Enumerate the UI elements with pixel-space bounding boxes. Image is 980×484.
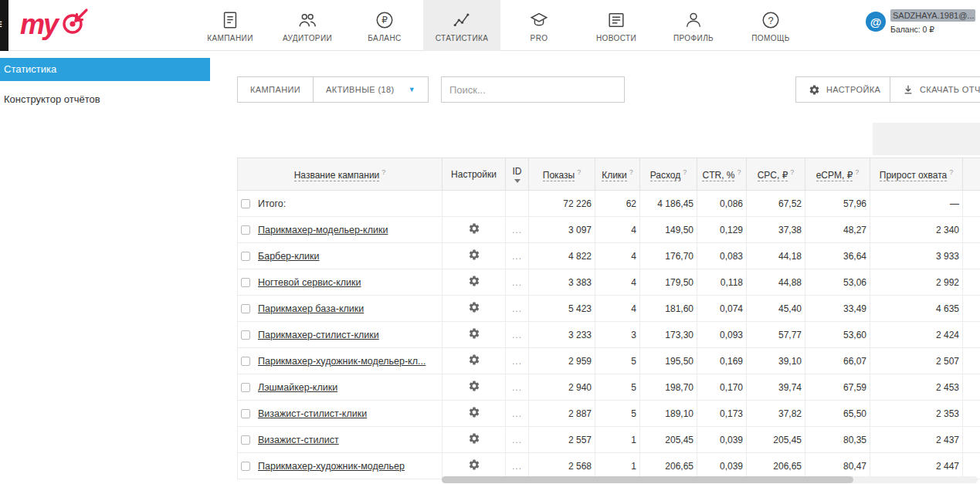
column-header-shows[interactable]: Показы? <box>529 158 595 191</box>
cell-value: 0,129 <box>697 217 747 243</box>
row-checkbox[interactable] <box>241 278 250 287</box>
row-checkbox[interactable] <box>241 199 250 208</box>
row-id-ellipsis[interactable]: ... <box>512 277 522 288</box>
nav-item-balance[interactable]: ₽ БАЛАНС <box>346 0 423 51</box>
download-report-button[interactable]: СКАЧАТЬ ОТЧЕТ <box>890 76 980 103</box>
collapsed-menu-strip[interactable]: ≡ <box>0 0 8 51</box>
nav-label: СТАТИСТИКА <box>436 34 489 42</box>
column-label[interactable]: CPC, ₽ <box>758 170 788 181</box>
nav-item-statistics[interactable]: СТАТИСТИКА <box>423 0 500 51</box>
row-checkbox[interactable] <box>241 252 250 261</box>
row-checkbox[interactable] <box>241 462 250 471</box>
sidebar-item-label: Конструктор отчётов <box>4 93 100 105</box>
nav-label: АУДИТОРИИ <box>283 34 332 42</box>
column-header-cpc[interactable]: CPC, ₽? <box>747 158 805 191</box>
column-label[interactable]: Прирост охвата <box>880 170 947 181</box>
row-settings-gear-icon[interactable] <box>468 249 480 263</box>
column-label[interactable]: Название кампании <box>294 170 380 181</box>
column-header-ecpm[interactable]: eCPM, ₽? <box>805 158 870 191</box>
campaign-link[interactable]: Лэшмайкер-клики <box>258 382 337 393</box>
nav-item-audiences[interactable]: АУДИТОРИИ <box>269 0 346 51</box>
column-header-ctr[interactable]: CTR, %? <box>697 158 747 191</box>
row-checkbox[interactable] <box>241 409 250 418</box>
row-checkbox[interactable] <box>241 383 250 392</box>
search-input[interactable] <box>441 76 625 103</box>
settings-button[interactable]: НАСТРОЙКА <box>795 76 894 103</box>
row-id-ellipsis[interactable]: ... <box>512 225 522 235</box>
cut-column-cell <box>963 269 980 296</box>
column-hint-icon[interactable]: ? <box>683 168 687 176</box>
cell-value: 173,30 <box>640 322 697 348</box>
row-settings-gear-icon[interactable] <box>468 459 480 473</box>
sidebar-item-statistics[interactable]: Статистика <box>0 58 210 81</box>
row-id-ellipsis[interactable]: ... <box>512 435 522 445</box>
column-label[interactable]: CTR, % <box>702 170 734 181</box>
horizontal-scrollbar[interactable] <box>442 476 978 483</box>
sidebar-item-label: Статистика <box>4 63 56 75</box>
row-id-ellipsis[interactable]: ... <box>512 356 522 367</box>
campaign-link[interactable]: Парикмахер база-клики <box>258 303 364 314</box>
row-settings-gear-icon[interactable] <box>468 380 480 394</box>
row-settings-gear-icon[interactable] <box>468 406 480 421</box>
row-checkbox[interactable] <box>241 330 250 340</box>
row-id-ellipsis[interactable]: ... <box>512 382 522 393</box>
row-id-ellipsis[interactable]: ... <box>512 408 522 419</box>
scrollbar-thumb[interactable] <box>442 476 853 483</box>
settings-cell <box>443 374 506 401</box>
row-id-ellipsis[interactable]: ... <box>512 461 522 472</box>
nav-item-campaigns[interactable]: КАМПАНИИ <box>192 0 269 51</box>
nav-item-help[interactable]: ? ПОМОЩЬ <box>732 0 809 51</box>
row-settings-gear-icon[interactable] <box>468 301 480 316</box>
campaign-link[interactable]: Барбер-клики <box>258 251 320 262</box>
column-hint-icon[interactable]: ? <box>629 168 633 176</box>
nav-item-news[interactable]: НОВОСТИ <box>578 0 655 51</box>
column-hint-icon[interactable]: ? <box>381 168 385 176</box>
row-id-ellipsis[interactable]: ... <box>512 303 522 314</box>
column-label[interactable]: Клики <box>602 170 627 181</box>
column-hint-icon[interactable]: ? <box>737 168 741 176</box>
column-label[interactable]: eCPM, ₽ <box>816 170 853 181</box>
row-checkbox[interactable] <box>241 435 250 445</box>
column-header-reach[interactable]: Прирост охвата? <box>870 158 963 191</box>
campaign-link[interactable]: Парикмахер-художник-модельер <box>258 461 405 472</box>
campaign-link[interactable]: Визажист-стилист-клики <box>258 408 367 419</box>
column-hint-icon[interactable]: ? <box>949 168 953 176</box>
row-settings-gear-icon[interactable] <box>468 432 480 447</box>
row-checkbox[interactable] <box>241 225 250 235</box>
row-id-ellipsis[interactable]: ... <box>512 251 522 262</box>
row-settings-gear-icon[interactable] <box>468 275 480 289</box>
campaign-link[interactable]: Парикмахер-стилист-клики <box>258 330 379 340</box>
row-checkbox[interactable] <box>241 304 250 313</box>
column-label[interactable]: Показы <box>543 170 575 181</box>
cell-value: 0,074 <box>697 296 747 322</box>
main-content: КАМПАНИИ АКТИВНЫЕ (18) ▼ НАСТРОЙКА СКАЧА… <box>210 51 980 484</box>
campaign-link[interactable]: Парикмахер-художник-модельер-кл... <box>258 356 426 367</box>
campaign-link[interactable]: Парикмахер-модельер-клики <box>258 225 388 235</box>
row-checkbox[interactable] <box>241 357 250 366</box>
column-header-name[interactable]: Название кампании? <box>238 158 443 191</box>
cell-value: 80,47 <box>805 453 870 479</box>
row-id-ellipsis[interactable]: ... <box>512 330 522 340</box>
column-label[interactable]: Расход <box>650 170 681 181</box>
nav-item-pro[interactable]: PRO <box>500 0 578 51</box>
campaign-link[interactable]: Визажист-стилист <box>258 435 339 445</box>
column-hint-icon[interactable]: ? <box>855 168 859 176</box>
campaign-link[interactable]: Ногтевой сервис-клики <box>258 277 361 288</box>
id-cell: ... <box>506 322 529 348</box>
user-account[interactable]: @ SADZHAYA.1981@... Баланс: 0 ₽ <box>866 9 975 35</box>
active-filter-dropdown[interactable]: АКТИВНЫЕ (18) ▼ <box>313 76 429 103</box>
sidebar-item-report-builder[interactable]: Конструктор отчётов <box>0 88 210 111</box>
column-header-spent[interactable]: Расход? <box>640 158 697 191</box>
cell-value: 198,70 <box>640 374 697 401</box>
mytarget-logo[interactable]: my <box>20 6 91 43</box>
column-header-clicks[interactable]: Клики? <box>595 158 640 191</box>
row-settings-gear-icon[interactable] <box>468 222 480 237</box>
row-settings-gear-icon[interactable] <box>468 327 480 342</box>
nav-item-profile[interactable]: ПРОФИЛЬ <box>655 0 732 51</box>
id-cell: ... <box>506 374 529 401</box>
column-hint-icon[interactable]: ? <box>790 168 794 176</box>
table-row: Парикмахер-модельер-клики...3 0974149,50… <box>238 217 980 243</box>
campaigns-tab-button[interactable]: КАМПАНИИ <box>237 76 313 103</box>
row-settings-gear-icon[interactable] <box>468 354 480 368</box>
column-hint-icon[interactable]: ? <box>577 168 581 176</box>
